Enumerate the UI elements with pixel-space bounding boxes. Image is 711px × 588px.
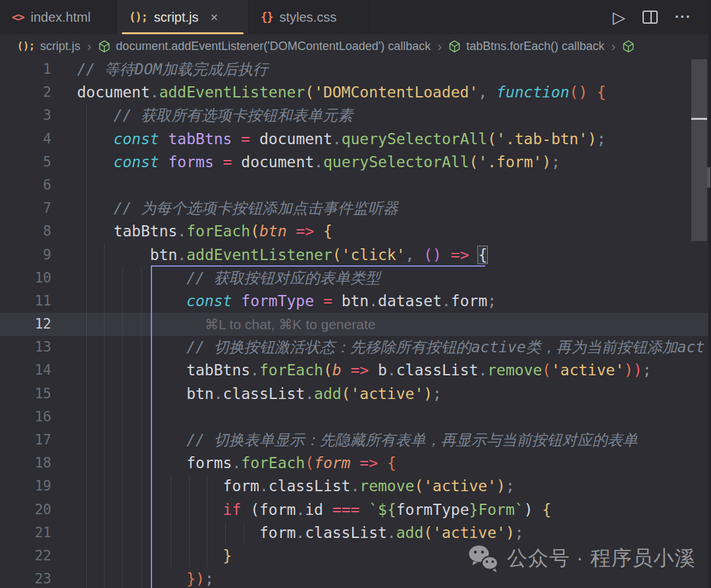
watermark: 公众号 · 程序员小溪 (467, 544, 696, 573)
bracket-pair-guide (151, 406, 152, 429)
code-line-text: tabBtns.forEach(b => b.classList.remove(… (77, 359, 652, 382)
code-line[interactable]: 10 // 获取按钮对应的表单类型 (0, 267, 711, 290)
indent-guide (86, 406, 87, 429)
code-line-text: btn.addEventListener('click', () => { (77, 244, 487, 267)
scrollbar-thumb[interactable] (691, 59, 707, 241)
code-line[interactable]: 19 form.classList.remove('active'); (0, 475, 711, 498)
indent-guide (141, 406, 142, 429)
code-line-text: // 为每个选项卡按钮添加点击事件监听器 (77, 197, 398, 220)
code-line-text: } (77, 545, 232, 568)
tab-script-js[interactable]: (); script.js × (117, 0, 249, 34)
line-number: 2 (0, 81, 51, 104)
code-line[interactable]: 9 btn.addEventListener('click', () => { (0, 244, 711, 267)
line-number: 6 (0, 174, 51, 197)
run-icon[interactable]: ▷ (613, 9, 625, 26)
code-line[interactable]: 8 tabBtns.forEach(btn => { (0, 220, 711, 243)
code-line[interactable]: 1// 等待DOM加载完成后执行 (0, 58, 711, 81)
indent-guide (122, 406, 123, 429)
breadcrumb: (); script.js › document.addEventListene… (0, 34, 711, 58)
code-line[interactable]: 14 tabBtns.forEach(b => b.classList.remo… (0, 359, 711, 382)
code-line-text: const forms = document.querySelectorAll(… (77, 151, 560, 174)
tab-styles-css[interactable]: {} styles.css (249, 0, 369, 34)
tab-index-html[interactable]: <> index.html (0, 0, 117, 34)
code-line-text: forms.forEach(form => { (77, 452, 396, 475)
breadcrumb-separator: › (611, 38, 616, 54)
line-number: 4 (0, 128, 51, 151)
code-line-text: // 切换按钮激活状态：先移除所有按钮的active类，再为当前按钮添加act (77, 336, 704, 359)
split-editor-icon[interactable] (643, 11, 658, 24)
code-line-text: document.addEventListener('DOMContentLoa… (77, 81, 606, 104)
line-number: 19 (0, 475, 51, 498)
tab-label: styles.css (279, 10, 336, 25)
line-number: 12 (0, 313, 51, 336)
code-line[interactable]: 13 // 切换按钮激活状态：先移除所有按钮的active类，再为当前按钮添加a… (0, 336, 711, 359)
more-actions-icon[interactable]: ··· (675, 10, 691, 24)
symbol-cube-icon (448, 40, 461, 53)
code-line[interactable]: 11 const formType = btn.dataset.form; (0, 290, 711, 313)
line-number: 13 (0, 336, 51, 359)
inline-ai-hint: ⌘L to chat, ⌘K to generate (205, 317, 376, 332)
code-line-text: // 切换表单显示：先隐藏所有表单，再显示与当前按钮对应的表单 (77, 429, 638, 452)
code-line-text: }); (77, 568, 214, 588)
line-number: 3 (0, 104, 51, 127)
scrollbar-cursor-marker (691, 118, 707, 120)
active-tab-underline (122, 32, 244, 34)
code-line[interactable]: 7 // 为每个选项卡按钮添加点击事件监听器 (0, 197, 711, 220)
code-line-text: form.classList.add('active'); (77, 521, 524, 545)
watermark-text: 公众号 · 程序员小溪 (507, 545, 696, 572)
html-file-icon: <> (12, 11, 24, 24)
code-editor-window: <> index.html (); script.js × {} styles.… (0, 0, 711, 588)
breadcrumb-item[interactable]: tabBtns.forEach() callback (466, 40, 604, 53)
code-line[interactable]: 2document.addEventListener('DOMContentLo… (0, 81, 711, 104)
code-line-text: const tabBtns = document.querySelectorAl… (77, 128, 606, 151)
close-tab-icon[interactable]: × (211, 10, 219, 25)
line-number: 21 (0, 521, 51, 545)
code-line[interactable]: 17 // 切换表单显示：先隐藏所有表单，再显示与当前按钮对应的表单 (0, 429, 711, 452)
line-number: 7 (0, 197, 51, 220)
code-line[interactable]: 5 const forms = document.querySelectorAl… (0, 151, 711, 174)
code-line[interactable]: 20 if (form.id === `${formType}Form`) { (0, 498, 711, 521)
code-line-text: tabBtns.forEach(btn => { (77, 220, 332, 243)
indent-guide (86, 174, 87, 197)
code-line[interactable]: 21 form.classList.add('active'); (0, 521, 711, 545)
tab-bar: <> index.html (); script.js × {} styles.… (0, 0, 711, 34)
code-line[interactable]: 4 const tabBtns = document.querySelector… (0, 128, 711, 151)
breadcrumb-separator: › (87, 38, 92, 54)
overview-ruler-marker (707, 167, 710, 188)
line-number: 23 (0, 568, 51, 588)
line-number: 8 (0, 220, 51, 243)
code-line[interactable]: 6 (0, 174, 711, 197)
code-line-text: // 等待DOM加载完成后执行 (77, 58, 268, 81)
code-line[interactable]: 3 // 获取所有选项卡按钮和表单元素 (0, 104, 711, 127)
editor-actions: ▷ ··· (613, 0, 711, 34)
line-number: 17 (0, 429, 51, 452)
line-number: 1 (0, 58, 51, 81)
breadcrumb-item[interactable]: document.addEventListener('DOMContentLoa… (116, 40, 431, 53)
editor-right-edge (708, 0, 711, 588)
line-number: 10 (0, 267, 51, 290)
js-file-icon: (); (17, 40, 35, 52)
line-number: 9 (0, 244, 51, 267)
tab-label: script.js (154, 10, 199, 25)
css-file-icon: {} (261, 11, 273, 24)
code-line[interactable]: 15 btn.classList.add('active'); (0, 383, 711, 406)
indent-guide (104, 406, 105, 429)
code-line[interactable]: 16 (0, 406, 711, 429)
code-line-text: // 获取按钮对应的表单类型 (77, 267, 381, 290)
code-line-text: ⌘L to chat, ⌘K to generate (77, 313, 375, 336)
code-line[interactable]: 18 forms.forEach(form => { (0, 452, 711, 475)
code-line-text: if (form.id === `${formType}Form`) { (77, 498, 551, 521)
code-line-text: btn.classList.add('active'); (77, 383, 442, 406)
line-number: 11 (0, 290, 51, 313)
line-number: 5 (0, 151, 51, 174)
code-line-text: // 获取所有选项卡按钮和表单元素 (77, 104, 353, 127)
line-number: 14 (0, 359, 51, 382)
line-number: 20 (0, 498, 51, 521)
code-line-current[interactable]: 12 ⌘L to chat, ⌘K to generate (0, 313, 711, 336)
breadcrumb-file[interactable]: script.js (40, 40, 80, 53)
line-number: 18 (0, 452, 51, 475)
code-line-text: const formType = btn.dataset.form; (77, 290, 496, 313)
code-area: 1// 等待DOM加载完成后执行2document.addEventListen… (0, 58, 711, 588)
symbol-cube-icon (98, 40, 111, 53)
line-number: 22 (0, 545, 51, 568)
